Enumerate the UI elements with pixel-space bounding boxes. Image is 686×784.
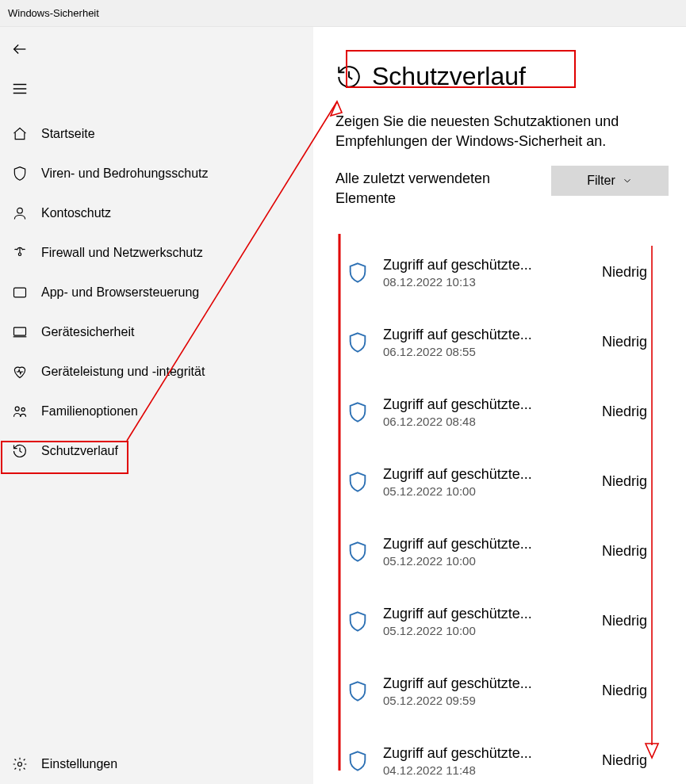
item-title: Zugriff auf geschützte... (383, 536, 596, 553)
appbrowser-icon (11, 284, 29, 301)
sidebar-item-devicesec[interactable]: Gerätesicherheit (0, 312, 313, 352)
sidebar-item-label: Kontoschutz (41, 206, 111, 220)
event-list: Zugriff auf geschützte...08.12.2022 10:1… (339, 238, 669, 784)
item-date: 06.12.2022 08:55 (383, 345, 596, 358)
shield-icon (347, 329, 369, 356)
item-title: Zugriff auf geschützte... (383, 675, 596, 692)
sidebar-item-account[interactable]: Kontoschutz (0, 193, 313, 233)
sidebar-item-label: Geräteleistung und -integrität (41, 365, 205, 379)
shield-icon (347, 678, 369, 705)
svg-rect-2 (14, 288, 26, 297)
svg-point-1 (18, 253, 21, 255)
list-item[interactable]: Zugriff auf geschützte...06.12.2022 08:4… (339, 377, 669, 447)
sidebar-item-history[interactable]: Schutzverlauf (0, 431, 313, 471)
shield-icon (11, 165, 29, 182)
item-title: Zugriff auf geschützte... (383, 606, 596, 622)
window-title: Windows-Sicherheit (8, 7, 99, 19)
hamburger-button[interactable] (0, 71, 313, 106)
svg-point-0 (17, 208, 23, 213)
list-item[interactable]: Zugriff auf geschützte...06.12.2022 08:5… (339, 308, 669, 377)
shield-icon (347, 608, 369, 635)
item-level: Niedrig (602, 543, 669, 560)
item-date: 05.12.2022 09:59 (383, 694, 596, 707)
sidebar-item-firewall[interactable]: Firewall und Netzwerkschutz (0, 233, 313, 273)
item-date: 08.12.2022 10:13 (383, 275, 596, 289)
sidebar-item-label: Familienoptionen (41, 404, 138, 419)
shield-icon (347, 468, 369, 495)
firewall-icon (11, 244, 29, 262)
item-level: Niedrig (602, 334, 669, 350)
shield-icon (347, 399, 369, 426)
svg-point-6 (18, 763, 22, 767)
recent-items-label: Alle zuletzt verwendeten Elemente (335, 169, 535, 208)
main-content: Schutzverlauf Zeigen Sie die neuesten Sc… (313, 27, 686, 784)
item-date: 04.12.2022 11:48 (383, 763, 596, 777)
item-level: Niedrig (602, 752, 669, 769)
item-title: Zugriff auf geschützte... (383, 257, 596, 273)
sidebar-item-label: Startseite (41, 127, 95, 141)
item-level: Niedrig (602, 264, 669, 281)
svg-point-4 (15, 407, 19, 411)
sidebar-item-label: Viren- und Bedrohungsschutz (41, 166, 209, 181)
sidebar-item-virus[interactable]: Viren- und Bedrohungsschutz (0, 154, 313, 193)
item-date: 05.12.2022 10:00 (383, 554, 596, 568)
shield-icon (347, 259, 369, 286)
sidebar-item-family[interactable]: Familienoptionen (0, 392, 313, 431)
list-item[interactable]: Zugriff auf geschützte...05.12.2022 10:0… (339, 517, 669, 587)
back-button[interactable] (0, 32, 313, 67)
svg-point-5 (21, 407, 25, 411)
device-icon (11, 323, 29, 341)
shield-icon (347, 748, 369, 774)
sidebar-item-label: Firewall und Netzwerkschutz (41, 246, 203, 260)
history-icon (335, 63, 362, 90)
list-item[interactable]: Zugriff auf geschützte...05.12.2022 10:0… (339, 587, 669, 656)
sidebar-item-home[interactable]: Startseite (0, 114, 313, 154)
home-icon (11, 125, 29, 143)
filter-button-label: Filter (587, 174, 615, 188)
item-title: Zugriff auf geschützte... (383, 466, 596, 483)
chevron-down-icon (622, 175, 633, 186)
back-arrow-icon (11, 40, 29, 58)
page-description: Zeigen Sie die neuesten Schutzaktionen u… (335, 112, 669, 151)
history-icon (11, 442, 29, 460)
item-level: Niedrig (602, 403, 669, 420)
hamburger-icon (11, 80, 29, 98)
sidebar-item-label: Einstellungen (41, 757, 117, 771)
sidebar-item-settings[interactable]: Einstellungen (0, 744, 313, 784)
gear-icon (11, 755, 29, 773)
item-date: 05.12.2022 10:00 (383, 484, 596, 498)
list-item[interactable]: Zugriff auf geschützte...04.12.2022 11:4… (339, 726, 669, 784)
shield-icon (347, 538, 369, 565)
sidebar-item-label: Schutzverlauf (41, 444, 118, 458)
sidebar-item-appbrowser[interactable]: App- und Browsersteuerung (0, 273, 313, 312)
item-title: Zugriff auf geschützte... (383, 327, 596, 343)
sidebar-item-label: App- und Browsersteuerung (41, 285, 199, 300)
list-item[interactable]: Zugriff auf geschützte...08.12.2022 10:1… (339, 238, 669, 308)
item-level: Niedrig (602, 683, 669, 699)
sidebar-item-performance[interactable]: Geräteleistung und -integrität (0, 352, 313, 392)
sidebar-item-label: Gerätesicherheit (41, 325, 134, 339)
item-level: Niedrig (602, 473, 669, 490)
family-icon (11, 403, 29, 420)
item-title: Zugriff auf geschützte... (383, 745, 596, 762)
sidebar: Startseite Viren- und Bedrohungsschutz K… (0, 27, 313, 784)
list-item[interactable]: Zugriff auf geschützte...05.12.2022 10:0… (339, 447, 669, 517)
item-title: Zugriff auf geschützte... (383, 396, 596, 413)
item-level: Niedrig (602, 613, 669, 629)
heartbeat-icon (11, 363, 29, 381)
list-item[interactable]: Zugriff auf geschützte...05.12.2022 09:5… (339, 656, 669, 726)
svg-rect-3 (14, 327, 26, 335)
page-title: Schutzverlauf (372, 62, 526, 91)
item-date: 06.12.2022 08:48 (383, 415, 596, 428)
window-titlebar: Windows-Sicherheit (0, 0, 686, 27)
item-date: 05.12.2022 10:00 (383, 624, 596, 637)
filter-button[interactable]: Filter (551, 166, 669, 196)
account-icon (11, 205, 29, 222)
